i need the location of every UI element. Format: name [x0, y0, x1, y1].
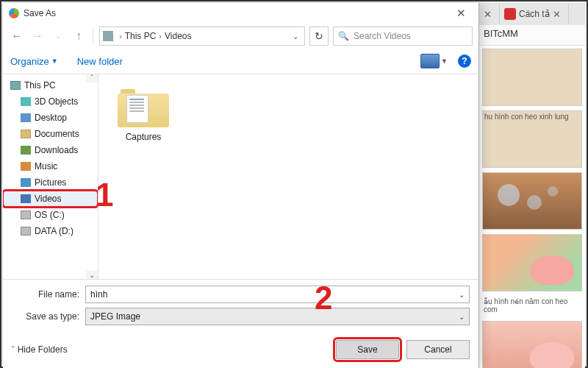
tree-item-music[interactable]: Music — [3, 158, 98, 174]
tree-item-label: Pictures — [35, 177, 66, 188]
close-button[interactable]: ✕ — [446, 4, 476, 22]
actions-row: ˆ Hide Folders Save Cancel — [3, 333, 478, 368]
saveastype-value: JPEG Image — [90, 311, 140, 322]
saveastype-label: Save as type: — [12, 311, 85, 322]
scroll-up-button[interactable]: ˆ — [86, 74, 98, 82]
folder-icon — [118, 86, 169, 127]
music-icon — [21, 162, 31, 171]
pics-icon — [21, 178, 31, 187]
docs-icon — [21, 130, 31, 138]
tree-item-label: Music — [35, 161, 57, 171]
titlebar: Save As ✕ — [3, 3, 478, 24]
search-placeholder: Search Videos — [354, 31, 411, 41]
chevron-down-icon[interactable]: ⌄ — [459, 313, 465, 321]
tree-item-label: Documents — [35, 129, 79, 139]
disk-icon — [21, 210, 31, 219]
cancel-button[interactable]: Cancel — [406, 340, 470, 359]
dialog-body: ˆ ⌄ This PC3D ObjectsDesktopDocumentsDow… — [3, 74, 478, 279]
result-thumbnail[interactable] — [482, 172, 582, 230]
breadcrumb-item[interactable]: This PC — [125, 31, 157, 41]
chevron-down-icon[interactable]: ⌄ — [459, 291, 465, 299]
tree-item-data-d-[interactable]: DATA (D:) — [3, 223, 98, 239]
form-area: File name: hình ⌄ Save as type: JPEG Ima… — [3, 279, 478, 333]
filename-input[interactable]: hình ⌄ — [85, 286, 470, 303]
browser-tab-prev[interactable]: ✕ — [479, 4, 500, 24]
chevron-down-icon[interactable]: ▼ — [441, 57, 448, 65]
browser-tabstrip: ✕ Cách tả ✕ — [479, 3, 585, 25]
pc-icon — [10, 81, 21, 90]
saveastype-select[interactable]: JPEG Image ⌄ — [85, 308, 470, 325]
divider — [93, 29, 93, 43]
pc-icon — [103, 31, 113, 41]
result-caption: hu hình con heo xinh lung — [482, 110, 582, 168]
nav-row: ← → ⌄ ↑ › This PC › Videos ⌄ ↻ 🔍 Search … — [3, 24, 478, 49]
scroll-down-button[interactable]: ⌄ — [86, 271, 98, 279]
search-icon: 🔍 — [338, 31, 349, 41]
tree-item-label: This PC — [24, 80, 56, 91]
obj3d-icon — [21, 97, 31, 106]
search-input[interactable]: 🔍 Search Videos — [333, 26, 473, 46]
tree-item-label: Downloads — [35, 145, 78, 155]
forward-button: → — [29, 28, 46, 44]
breadcrumb[interactable]: › This PC › Videos ⌄ — [99, 26, 305, 46]
browser-address-text: BITcMM — [479, 25, 585, 46]
new-folder-button[interactable]: New folder — [77, 56, 123, 67]
up-button[interactable]: ↑ — [71, 28, 87, 44]
desktop-icon — [21, 113, 31, 122]
folder-name: Captures — [110, 132, 176, 142]
file-list[interactable]: Captures — [98, 74, 478, 279]
history-dropdown[interactable]: ⌄ — [50, 28, 66, 44]
tree-item-3d-objects[interactable]: 3D Objects — [3, 93, 98, 110]
tree-item-downloads[interactable]: Downloads — [3, 142, 98, 158]
refresh-button[interactable]: ↻ — [309, 26, 329, 46]
tree-item-videos[interactable]: Videos — [3, 191, 98, 207]
help-button[interactable]: ? — [458, 54, 471, 68]
browser-tab-active[interactable]: Cách tả ✕ — [500, 4, 569, 24]
result-caption: ẫu hình nền năm con heocom — [482, 296, 582, 316]
breadcrumb-item[interactable]: Videos — [165, 31, 191, 41]
tree-item-os-c-[interactable]: OS (C:) — [3, 207, 98, 223]
filename-value: hình — [90, 289, 107, 300]
tree-item-label: Desktop — [35, 113, 67, 123]
screenshot-frame: ✕ Cách tả ✕ BITcMM hu hình con heo xinh … — [0, 0, 588, 368]
nav-tree[interactable]: ˆ ⌄ This PC3D ObjectsDesktopDocumentsDow… — [3, 74, 98, 279]
result-thumbnail[interactable] — [482, 234, 582, 291]
close-icon[interactable]: ✕ — [553, 9, 561, 20]
chevron-right-icon: › — [159, 32, 162, 40]
hide-folders-button[interactable]: ˆ Hide Folders — [12, 344, 68, 355]
videos-icon — [21, 194, 31, 203]
result-thumbnail[interactable] — [482, 321, 582, 368]
down-icon — [21, 146, 31, 155]
back-button[interactable]: ← — [9, 28, 25, 44]
toolbar: Organize▼ New folder ▼ ? — [3, 49, 478, 74]
chevron-up-icon: ˆ — [12, 345, 15, 354]
tree-item-this-pc[interactable]: This PC — [3, 77, 98, 93]
organize-button[interactable]: Organize▼ — [10, 56, 58, 67]
result-thumbnail[interactable] — [482, 49, 582, 106]
disk-icon — [21, 227, 31, 236]
browser-window: ✕ Cách tả ✕ BITcMM hu hình con heo xinh … — [479, 3, 585, 368]
save-button[interactable]: Save — [336, 340, 399, 359]
tree-item-pictures[interactable]: Pictures — [3, 174, 98, 191]
chevron-down-icon: ▼ — [51, 57, 58, 65]
tree-item-label: DATA (D:) — [35, 226, 74, 236]
close-icon[interactable]: ✕ — [484, 9, 492, 20]
filename-label: File name: — [12, 289, 85, 300]
tree-item-label: Videos — [35, 194, 61, 204]
site-icon — [504, 8, 516, 20]
tree-item-documents[interactable]: Documents — [3, 126, 98, 142]
view-button[interactable] — [420, 54, 440, 68]
image-results: hu hình con heo xinh lung ẫu hình nền nă… — [479, 46, 585, 368]
folder-item[interactable]: Captures — [110, 86, 176, 142]
tree-item-desktop[interactable]: Desktop — [3, 110, 98, 126]
app-icon — [9, 8, 19, 18]
chevron-down-icon[interactable]: ⌄ — [293, 32, 298, 40]
tree-item-label: OS (C:) — [35, 210, 65, 220]
dialog-title: Save As — [24, 8, 446, 18]
tab-title: Cách tả — [519, 9, 550, 19]
save-as-dialog: Save As ✕ ← → ⌄ ↑ › This PC › Videos ⌄ ↻… — [3, 3, 479, 368]
chevron-right-icon: › — [119, 32, 122, 40]
tree-item-label: 3D Objects — [35, 96, 78, 107]
